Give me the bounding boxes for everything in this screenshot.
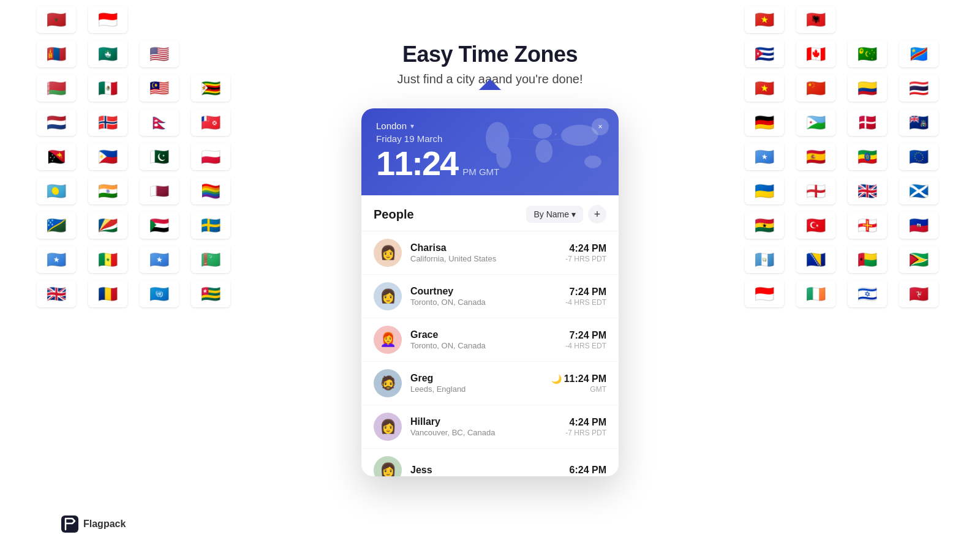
person-row[interactable]: 👩 Jess 6:24 PM — [361, 449, 619, 476]
flag-cell: 🏴󠁧󠁢󠁳󠁣󠁴󠁿 — [899, 178, 938, 204]
flagpack-brand: Flagpack — [61, 515, 126, 533]
flag-cell: 🏴󠁧󠁢󠁥󠁮󠁧󠁿 — [796, 178, 835, 204]
flag-cell: 🇬🇭 — [745, 212, 784, 239]
person-location: Vancouver, BC, Canada — [410, 428, 557, 437]
flag-cell: 🇨🇺 — [745, 40, 784, 67]
person-row[interactable]: 🧔 Greg Leeds, England 🌙 11:24 PM GMT — [361, 362, 619, 405]
svg-point-1 — [496, 145, 511, 168]
people-section: People By Name ▾ + 👩 Charisa California,… — [361, 195, 619, 476]
flag-cell: 🇩🇰 — [848, 109, 887, 136]
flag-cell: 🇬🇾 — [899, 246, 938, 273]
flag-cell: 🇷🇴 — [88, 280, 127, 307]
flag-cell: 🇧🇦 — [796, 246, 835, 273]
person-list: 👩 Charisa California, United States 4:24… — [361, 231, 619, 476]
person-row[interactable]: 👩‍🦰 Grace Toronto, ON, Canada 7:24 PM -4… — [361, 318, 619, 362]
person-time: 6:24 PM — [570, 465, 606, 476]
flag-cell: 🇲🇴 — [88, 40, 127, 67]
close-button[interactable]: × — [592, 118, 609, 135]
current-time: 11:24 — [376, 146, 458, 181]
flag-cell: 🇬🇹 — [745, 246, 784, 273]
person-info: Hillary Vancouver, BC, Canada — [410, 416, 557, 437]
flag-cell: 🇸🇴 — [140, 246, 179, 273]
flagpack-logo-icon — [61, 515, 78, 533]
person-time-value: 🌙 11:24 PM — [551, 373, 606, 384]
person-time: 🌙 11:24 PM GMT — [551, 373, 606, 394]
flag-cell: 🇼🇫 — [191, 109, 230, 136]
flag-cell: 🇹🇷 — [796, 212, 835, 239]
person-name: Jess — [410, 465, 561, 476]
flag-cell: 🇨🇩 — [899, 40, 938, 67]
flag-cell: 🇮🇩 — [745, 280, 784, 307]
flag-cell: 🇮🇲 — [899, 280, 938, 307]
flag-cell: 🇮🇩 — [88, 6, 127, 33]
flag-cell: 🇲🇽 — [88, 75, 127, 102]
person-time-value: 6:24 PM — [570, 465, 606, 476]
flag-cell: 🇹🇲 — [191, 246, 230, 273]
people-title: People — [374, 208, 414, 222]
center-content: Easy Time Zones Just find a city aaand y… — [337, 0, 643, 476]
flag-cell: 🇨🇳 — [796, 75, 835, 102]
flag-cell: 🇬🇧 — [37, 280, 76, 307]
flag-cell: 🇩🇯 — [796, 109, 835, 136]
flag-cell: 🇻🇳 — [745, 75, 784, 102]
flag-cell: 🇵🇰 — [140, 143, 179, 170]
avatar: 👩 — [374, 239, 402, 267]
flag-cell: 🇵🇬 — [37, 143, 76, 170]
person-row[interactable]: 👩 Charisa California, United States 4:24… — [361, 231, 619, 275]
person-info: Grace Toronto, ON, Canada — [410, 329, 557, 350]
person-name: Grace — [410, 329, 557, 340]
person-time: 7:24 PM -4 HRS EDT — [565, 287, 606, 307]
person-name: Courtney — [410, 286, 557, 297]
phone-card: London ▾ Friday 19 March 11:24 PM GMT × … — [361, 108, 619, 476]
flag-cell: 🇸🇪 — [191, 212, 230, 239]
flag-cell: 🇹🇬 — [191, 280, 230, 307]
person-timezone: GMT — [551, 385, 606, 394]
flag-cell: 🇮🇱 — [848, 280, 887, 307]
add-person-button[interactable]: + — [588, 205, 606, 223]
person-row[interactable]: 👩 Courtney Toronto, ON, Canada 7:24 PM -… — [361, 275, 619, 318]
person-location: Toronto, ON, Canada — [410, 341, 557, 350]
person-row[interactable]: 👩 Hillary Vancouver, BC, Canada 4:24 PM … — [361, 405, 619, 449]
flag-cell: 🇦🇨 — [899, 109, 938, 136]
flag-cell: 🇸🇧 — [37, 212, 76, 239]
person-info: Charisa California, United States — [410, 242, 557, 263]
avatar: 👩 — [374, 456, 402, 476]
flag-cell: 🇳🇴 — [88, 109, 127, 136]
flag-cell: 🇸🇴 — [37, 246, 76, 273]
flag-cell: 🇻🇳 — [745, 6, 784, 33]
flag-cell: 🇿🇼 — [191, 75, 230, 102]
people-header: People By Name ▾ + — [361, 195, 619, 231]
flag-cell: 🇸🇳 — [88, 246, 127, 273]
chevron-down-icon: ▾ — [410, 122, 414, 130]
person-timezone: -7 HRS PDT — [565, 429, 606, 437]
person-name: Charisa — [410, 242, 557, 253]
svg-point-2 — [533, 124, 552, 138]
person-name: Hillary — [410, 416, 557, 427]
avatar: 👩‍🦰 — [374, 326, 402, 354]
person-time: 7:24 PM -4 HRS EDT — [565, 330, 606, 350]
flag-cell: 🇬🇼 — [848, 246, 887, 273]
person-time: 4:24 PM -7 HRS PDT — [565, 243, 606, 263]
person-timezone: -4 HRS EDT — [565, 342, 606, 350]
night-moon-icon: 🌙 — [551, 374, 562, 384]
avatar: 👩 — [374, 413, 402, 441]
flag-cell: 🇲🇾 — [140, 75, 179, 102]
person-timezone: -7 HRS PDT — [565, 255, 606, 263]
svg-line-12 — [508, 138, 544, 140]
svg-point-9 — [555, 133, 557, 135]
flag-cell: 🇳🇱 — [37, 109, 76, 136]
person-time: 4:24 PM -7 HRS PDT — [565, 417, 606, 437]
header-section: London ▾ Friday 19 March 11:24 PM GMT × — [361, 108, 619, 195]
flag-cell: 🇺🇲 — [140, 40, 179, 67]
flag-cell: 🇹🇭 — [899, 75, 938, 102]
avatar: 🧔 — [374, 369, 402, 397]
phone-notch — [361, 86, 619, 96]
avatar: 👩 — [374, 282, 402, 310]
flag-cell: 🇬🇬 — [848, 212, 887, 239]
sort-by-name-button[interactable]: By Name ▾ — [526, 206, 583, 223]
flag-cell: 🇸🇨 — [88, 212, 127, 239]
flag-cell: 🇪🇹 — [848, 143, 887, 170]
flag-cell: 🇨🇨 — [848, 40, 887, 67]
left-flag-grid: 🇲🇦 🇮🇩 🇲🇳 🇲🇴 🇺🇲 🇧🇾 🇲🇽 🇲🇾 🇿🇼 🇳🇱 🇳🇴 🇳🇵 🇼🇫 🇵… — [37, 6, 235, 307]
person-location: Leeds, England — [410, 384, 543, 394]
